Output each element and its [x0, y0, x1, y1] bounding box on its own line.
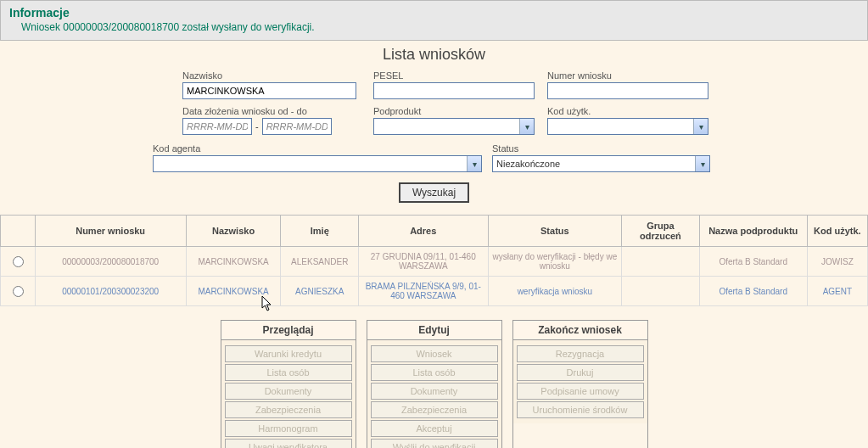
kod-agenta-label: Kod agenta — [153, 143, 488, 154]
pesel-input[interactable] — [373, 82, 535, 99]
info-heading: Informacje — [9, 6, 859, 20]
group-przegladaj: Przeglądaj Warunki kredytu Lista osób Do… — [221, 320, 356, 448]
pesel-label: PESEL — [373, 70, 547, 81]
zakoncz-rezygnacja[interactable]: Rezygnacja — [517, 345, 644, 362]
col-grupa: Grupa odrzuceń — [622, 216, 700, 247]
col-imie: Imię — [281, 216, 359, 247]
numer-wniosku-input[interactable] — [547, 82, 708, 99]
edytuj-wyslij-do-weryfikacji[interactable]: Wyślij do weryfikacji — [371, 439, 498, 448]
przegladaj-warunki-kredytu[interactable]: Warunki kredytu — [225, 345, 352, 362]
action-area: Przeglądaj Warunki kredytu Lista osób Do… — [0, 306, 868, 448]
edytuj-lista-osob[interactable]: Lista osób — [371, 364, 498, 381]
col-numer: Numer wniosku — [35, 216, 186, 247]
row-select-radio[interactable] — [13, 286, 24, 297]
col-nazwa: Nazwa podproduktu — [699, 216, 807, 247]
przegladaj-dokumenty[interactable]: Dokumenty — [225, 383, 352, 400]
chevron-down-icon — [693, 119, 708, 134]
przegladaj-lista-osob[interactable]: Lista osób — [225, 364, 352, 381]
zakoncz-uruchomienie-srodkow[interactable]: Uruchomienie środków — [517, 401, 644, 418]
edytuj-wniosek[interactable]: Wniosek — [371, 345, 498, 362]
nazwisko-input[interactable] — [182, 82, 356, 99]
edytuj-zabezpieczenia[interactable]: Zabezpieczenia — [371, 401, 498, 418]
numer-wniosku-label: Numer wniosku — [547, 70, 721, 81]
kod-agenta-select[interactable] — [153, 155, 482, 172]
kod-uzytk-select[interactable] — [547, 118, 708, 135]
kod-uzytk-label: Kod użytk. — [547, 106, 721, 116]
row-select-radio[interactable] — [13, 256, 24, 267]
status-select[interactable]: Niezakończone — [492, 155, 710, 172]
col-nazwisko: Nazwisko — [186, 216, 281, 247]
zakoncz-drukuj[interactable]: Drukuj — [517, 364, 644, 381]
chevron-down-icon — [519, 119, 534, 134]
edytuj-akceptuj[interactable]: Akceptuj — [371, 420, 498, 437]
chevron-down-icon — [467, 156, 481, 171]
col-kod: Kod użytk. — [807, 216, 867, 247]
table-row: 00000101/200300023200 MARCINKOWSKA AGNIE… — [1, 277, 868, 306]
przegladaj-harmonogram[interactable]: Harmonogram — [225, 420, 352, 437]
info-message: Wniosek 00000003/200080018700 został wys… — [9, 21, 859, 33]
edytuj-dokumenty[interactable]: Dokumenty — [371, 383, 498, 400]
col-adres: Adres — [359, 216, 489, 247]
chevron-down-icon — [695, 156, 709, 171]
data-zlozenia-label: Data złożenia wniosku od - do — [182, 106, 373, 116]
przegladaj-zabezpieczenia[interactable]: Zabezpieczenia — [225, 401, 352, 418]
podprodukt-label: Podprodukt — [373, 106, 547, 116]
info-banner: Informacje Wniosek 00000003/200080018700… — [0, 0, 868, 41]
filter-panel: Nazwisko PESEL Numer wniosku Data złożen… — [0, 67, 868, 215]
results-table: Numer wniosku Nazwisko Imię Adres Status… — [0, 215, 868, 306]
group-edytuj: Edytuj Wniosek Lista osób Dokumenty Zabe… — [367, 320, 502, 448]
przegladaj-uwagi-weryfikatora[interactable]: Uwagi weryfikatora — [225, 439, 352, 448]
nazwisko-label: Nazwisko — [182, 70, 373, 81]
podprodukt-select[interactable] — [373, 118, 535, 135]
col-status: Status — [488, 216, 622, 247]
data-od-input[interactable] — [182, 118, 252, 135]
col-select — [1, 216, 36, 247]
page-title: Lista wniosków — [0, 41, 868, 67]
status-label: Status — [492, 143, 713, 154]
wniosek-link[interactable]: 00000101/200300023200 — [62, 287, 159, 296]
group-zakoncz: Zakończ wniosek Rezygnacja Drukuj Podpis… — [512, 320, 648, 448]
data-do-input[interactable] — [262, 118, 332, 135]
zakoncz-podpisanie-umowy[interactable]: Podpisanie umowy — [517, 383, 644, 400]
table-row: 00000003/200080018700 MARCINKOWSKA ALEKS… — [1, 247, 868, 277]
search-button[interactable]: Wyszukaj — [399, 182, 469, 203]
